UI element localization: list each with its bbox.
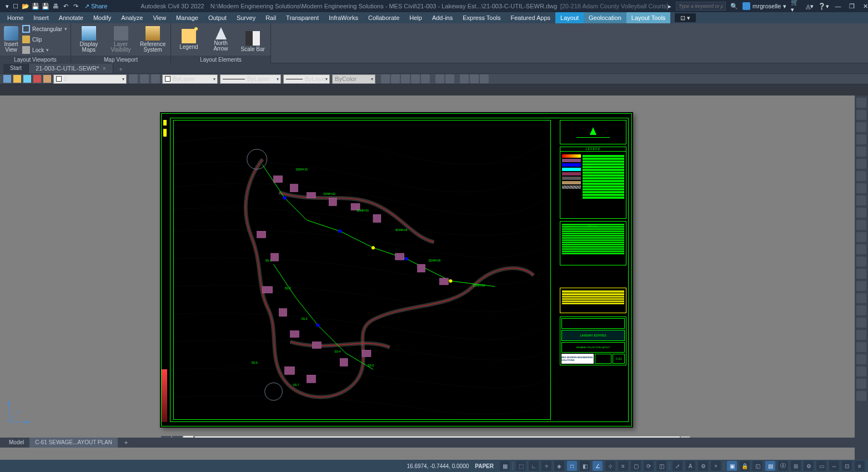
layer-tool-2[interactable]: [140, 74, 149, 83]
status-trans-icon[interactable]: ▢: [631, 461, 641, 471]
status-cycle-icon[interactable]: ⟳: [644, 461, 654, 471]
linetype-combo[interactable]: ByLayer: [283, 74, 330, 84]
palette-icon[interactable]: [856, 366, 866, 376]
layout-tab-add[interactable]: ＋: [118, 438, 134, 448]
menu-rail[interactable]: Rail: [260, 12, 281, 23]
ref-system-button[interactable]: Reference System: [138, 24, 167, 54]
cart-icon[interactable]: 🛒▾: [791, 0, 801, 13]
status-monitor-icon[interactable]: ▭: [816, 461, 826, 471]
scale-bar-button[interactable]: Scale Bar: [238, 24, 267, 54]
palette-icon[interactable]: [856, 379, 866, 389]
link-2[interactable]: [470, 74, 479, 83]
status-vplock-icon[interactable]: 🔒: [740, 461, 750, 471]
lock-button[interactable]: Lock▾: [22, 46, 67, 54]
status-qkprop-icon[interactable]: ◫: [656, 461, 666, 471]
status-hw-icon[interactable]: ⊡: [842, 461, 852, 471]
menu-annotate[interactable]: Annotate: [54, 12, 88, 23]
menu-insert[interactable]: Insert: [28, 12, 54, 23]
menu-manage[interactable]: Manage: [171, 12, 203, 23]
menu-home[interactable]: Home: [2, 12, 28, 23]
layer-on-icon[interactable]: [13, 75, 21, 83]
menu-featured[interactable]: Featured Apps: [505, 12, 555, 23]
status-plus-icon[interactable]: ＋: [711, 461, 721, 471]
draworder-2[interactable]: [391, 74, 400, 83]
close-tab-icon[interactable]: ×: [102, 65, 106, 72]
close-button[interactable]: ✕: [861, 3, 868, 10]
group-2[interactable]: [445, 74, 454, 83]
status-customize-icon[interactable]: ≡: [855, 461, 865, 471]
palette-icon[interactable]: [856, 293, 866, 303]
link-3[interactable]: [480, 74, 489, 83]
menu-transparent[interactable]: Transparent: [281, 12, 324, 23]
new-tab-button[interactable]: ＋: [113, 65, 128, 73]
draworder-3[interactable]: [401, 74, 410, 83]
status-clean-icon[interactable]: ↔: [829, 461, 839, 471]
rectangular-button[interactable]: Rectangular▾: [22, 24, 67, 33]
status-vpmax-icon[interactable]: ▣: [727, 461, 737, 471]
tab-layout[interactable]: Layout: [555, 12, 584, 23]
north-arrow-button[interactable]: North Arrow: [207, 24, 235, 54]
status-annoscale-icon[interactable]: A: [685, 461, 695, 471]
clip-button[interactable]: Clip: [22, 35, 67, 44]
status-3dosnap-icon[interactable]: ◧: [580, 461, 590, 471]
palette-icon[interactable]: [856, 354, 866, 364]
status-grid-icon[interactable]: ▦: [500, 461, 510, 471]
status-vp-icon[interactable]: ▤: [765, 461, 775, 471]
layout-viewport[interactable]: SDMH-01 SDMH-02 SDMH-03 SDMH-04 SDMH-05 …: [173, 120, 551, 420]
canvas[interactable]: SDMH-01 SDMH-02 SDMH-03 SDMH-04 SDMH-05 …: [3, 96, 852, 443]
app-menu-arrow[interactable]: ▾: [6, 3, 9, 10]
layer-lock-icon[interactable]: [33, 75, 41, 83]
panel-title-viewports[interactable]: Layout Viewports: [0, 56, 71, 64]
palette-icon[interactable]: [856, 147, 866, 157]
layout-tab-sheet[interactable]: C-61 SEWAGE...AYOUT PLAN: [29, 438, 118, 448]
search-icon[interactable]: 🔍: [730, 3, 738, 10]
palette-icon[interactable]: [856, 281, 866, 291]
status-dyninput-icon[interactable]: ⊹: [605, 461, 615, 471]
help-arrow-icon[interactable]: ▸: [668, 3, 671, 10]
menu-output[interactable]: Output: [203, 12, 232, 23]
share-button[interactable]: ↗ Share: [84, 3, 107, 10]
palette-icon[interactable]: [856, 195, 866, 205]
undo-icon[interactable]: ↶: [61, 2, 70, 11]
layer-tool-1[interactable]: [129, 74, 138, 83]
palette-icon[interactable]: [856, 257, 866, 267]
draworder-5[interactable]: [421, 74, 430, 83]
plot-icon[interactable]: 🖶: [51, 2, 60, 11]
layer-freeze-icon[interactable]: [23, 75, 31, 83]
redo-icon[interactable]: ↷: [71, 2, 80, 11]
insert-view-button[interactable]: Insert View: [3, 24, 19, 54]
help-search[interactable]: [676, 2, 726, 11]
layout-tab-model[interactable]: Model: [3, 438, 29, 448]
status-snap-icon[interactable]: ⬚: [516, 461, 526, 471]
ucs-icon[interactable]: [7, 399, 32, 424]
status-lweight-icon[interactable]: ≡: [618, 461, 628, 471]
ribbon-flyout[interactable]: ⊡ ▾: [675, 13, 696, 22]
palette-icon[interactable]: [856, 244, 866, 254]
legend-button[interactable]: Legend: [174, 24, 203, 54]
display-maps-button[interactable]: Display Maps: [74, 24, 103, 54]
palette-icon[interactable]: [856, 208, 866, 218]
file-tab-start[interactable]: Start: [3, 63, 29, 73]
minimize-button[interactable]: —: [834, 3, 843, 9]
save-icon[interactable]: 💾: [31, 2, 40, 11]
palette-icon[interactable]: [856, 342, 866, 352]
tab-layout-tools[interactable]: Layout Tools: [626, 12, 671, 23]
draworder-4[interactable]: [411, 74, 420, 83]
saveas-icon[interactable]: 💾: [41, 2, 50, 11]
paper-sheet[interactable]: SDMH-01 SDMH-02 SDMH-03 SDMH-04 SDMH-05 …: [160, 112, 633, 428]
status-osnap-icon[interactable]: □: [567, 461, 577, 471]
new-icon[interactable]: ☐: [11, 2, 20, 11]
layer-combo[interactable]: 0: [53, 74, 127, 84]
status-anno-icon[interactable]: Ⓐ: [778, 461, 788, 471]
palette-icon[interactable]: [856, 159, 866, 169]
layer-color-icon[interactable]: [43, 75, 51, 83]
status-vpscale-icon[interactable]: ◱: [752, 461, 762, 471]
palette-icon[interactable]: [856, 269, 866, 279]
draworder-1[interactable]: [381, 74, 390, 83]
plotstyle-combo[interactable]: ByColor: [332, 74, 375, 84]
open-icon[interactable]: 📂: [21, 2, 30, 11]
menu-help[interactable]: Help: [404, 12, 427, 23]
restore-button[interactable]: ❐: [847, 3, 856, 10]
status-workspace-icon[interactable]: ⚙: [804, 461, 814, 471]
apps-icon[interactable]: ◬▾: [806, 3, 814, 10]
